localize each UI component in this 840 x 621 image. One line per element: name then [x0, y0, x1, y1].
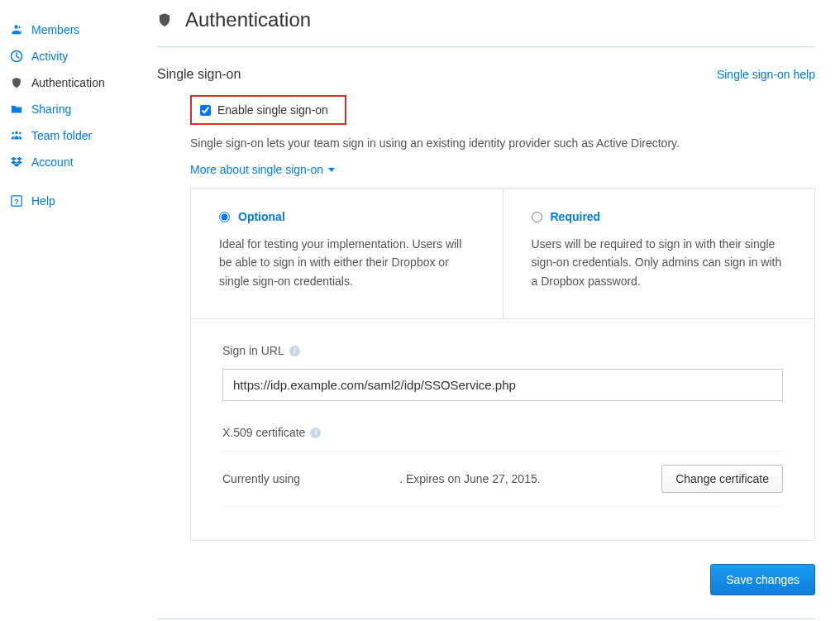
- sidebar-item-label: Activity: [31, 50, 68, 63]
- sidebar-item-members[interactable]: Members: [8, 17, 157, 43]
- shield-icon: [8, 76, 25, 89]
- required-description: Users will be required to sign in with t…: [532, 235, 787, 290]
- help-icon: ?: [8, 194, 25, 208]
- cert-currently-using: Currently using: [222, 472, 300, 485]
- enable-sso-highlight: Enable single sign-on: [190, 95, 346, 125]
- sidebar-item-sharing[interactable]: Sharing: [8, 96, 157, 122]
- svg-text:?: ?: [14, 198, 18, 206]
- sso-form: Sign in URL i X.509 certificate i Curren…: [190, 319, 815, 541]
- shield-icon: [157, 12, 175, 28]
- enable-sso-label: Enable single sign-on: [217, 103, 328, 117]
- sidebar-item-label: Help: [31, 194, 55, 208]
- members-icon: [8, 23, 25, 36]
- team-icon: [8, 129, 25, 142]
- activity-icon: [8, 50, 25, 63]
- signin-url-input[interactable]: [222, 369, 783, 401]
- certificate-label: X.509 certificate i: [222, 426, 783, 439]
- page-title: Authentication: [185, 8, 311, 31]
- cert-expires: . Expires on June 27, 2015.: [399, 472, 540, 485]
- change-certificate-button[interactable]: Change certificate: [661, 465, 783, 493]
- main-content: Authentication Single sign-on Single sig…: [157, 0, 840, 621]
- optional-radio[interactable]: [219, 212, 230, 222]
- sidebar-item-help[interactable]: ? Help: [8, 188, 157, 214]
- sidebar-item-label: Sharing: [31, 103, 71, 116]
- required-radio[interactable]: [532, 212, 542, 222]
- option-optional[interactable]: Optional Ideal for testing your implemen…: [191, 189, 504, 318]
- sso-options: Optional Ideal for testing your implemen…: [190, 188, 815, 319]
- certificate-row: Currently using . Expires on June 27, 20…: [222, 451, 783, 507]
- sidebar-item-label: Authentication: [31, 76, 105, 89]
- section-title: Single sign-on: [157, 67, 241, 82]
- sso-help-link[interactable]: Single sign-on help: [717, 68, 815, 81]
- info-icon[interactable]: i: [310, 428, 321, 438]
- form-actions: Save changes: [157, 564, 815, 595]
- optional-description: Ideal for testing your implementation. U…: [219, 235, 475, 290]
- save-changes-button[interactable]: Save changes: [710, 564, 815, 595]
- folder-icon: [8, 103, 25, 116]
- optional-label[interactable]: Optional: [238, 210, 285, 223]
- sso-description: Single sign-on lets your team sign in us…: [190, 136, 815, 150]
- chevron-down-icon: [328, 168, 335, 172]
- signin-url-label: Sign in URL i: [222, 344, 783, 357]
- required-label[interactable]: Required: [551, 210, 601, 223]
- sidebar-item-label: Team folder: [31, 129, 92, 142]
- sidebar-item-account[interactable]: Account: [8, 149, 157, 175]
- sidebar-item-activity[interactable]: Activity: [8, 43, 157, 69]
- option-required[interactable]: Required Users will be required to sign …: [504, 189, 815, 318]
- more-about-sso-link[interactable]: More about single sign-on: [190, 163, 335, 176]
- dropbox-icon: [8, 155, 25, 169]
- divider: [157, 619, 815, 619]
- info-icon[interactable]: i: [289, 346, 300, 356]
- sidebar-item-label: Account: [31, 155, 74, 169]
- sidebar-item-authentication[interactable]: Authentication: [8, 69, 157, 96]
- page-header: Authentication: [157, 8, 815, 47]
- sidebar-item-label: Members: [31, 23, 79, 36]
- sidebar-item-team-folder[interactable]: Team folder: [8, 122, 157, 149]
- enable-sso-checkbox[interactable]: [200, 105, 211, 116]
- sidebar: Members Activity Authentication Sharing …: [0, 0, 157, 621]
